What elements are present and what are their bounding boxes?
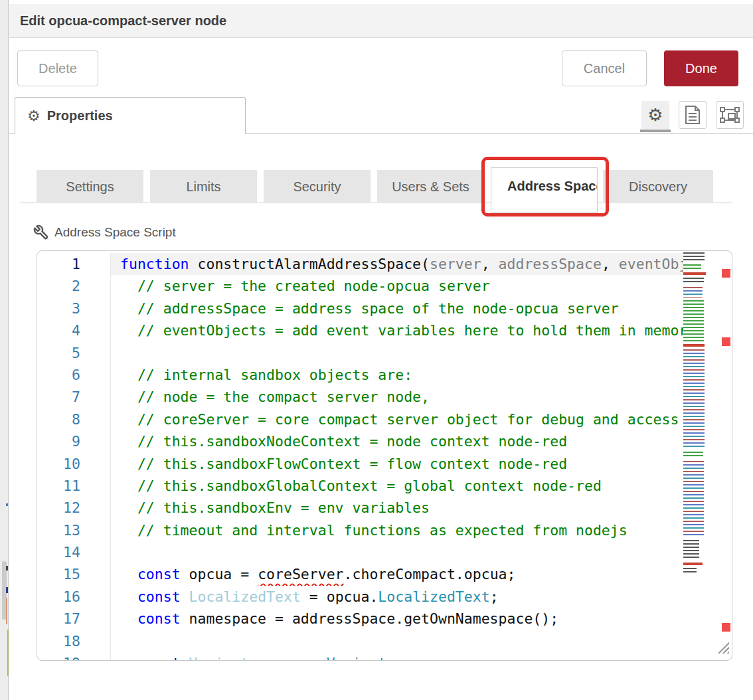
minimap-stripe — [683, 540, 699, 560]
minimap-stripe — [683, 568, 697, 573]
code-area[interactable]: 1function constructAlarmAddressSpace(ser… — [37, 253, 683, 660]
dialog-title: Edit opcua-compact-server node — [20, 13, 226, 29]
edit-node-dialog: Edit opcua-compact-server node Delete Ca… — [9, 0, 753, 700]
code-token: // internal sandbox objects are: — [120, 367, 412, 383]
line-number: 11 — [37, 475, 110, 497]
minimap-stripe — [683, 300, 704, 341]
minimap-stripe — [683, 563, 703, 565]
code-token: const — [137, 566, 181, 582]
code-token: = opcua. — [301, 588, 378, 605]
line-number: 4 — [37, 319, 110, 341]
line-number: 3 — [37, 298, 110, 319]
code-line: 5 — [37, 342, 683, 364]
code-line: 13 // timeout and interval functions as … — [37, 519, 683, 541]
code-line-text: // timeout and interval functions as exp… — [110, 519, 683, 541]
tab-settings[interactable]: Settings — [37, 170, 143, 203]
code-token: , — [481, 256, 499, 272]
code-line: 12 // this.sandboxEnv = env variables — [37, 497, 683, 519]
minimap-stripe — [683, 461, 704, 537]
minimap-stripe — [683, 278, 704, 284]
line-number: 9 — [37, 430, 110, 452]
line-number: 8 — [37, 408, 110, 430]
code-line: 8 // coreServer = core compact server ob… — [37, 408, 683, 430]
code-token — [120, 655, 137, 660]
tab-users-sets[interactable]: Users & Sets — [377, 170, 484, 203]
minimap-stripe — [683, 264, 701, 270]
code-line-text: // this.sandboxGlobalContext = global co… — [110, 475, 683, 497]
code-line-text: const namespace = addressSpace.getOwnNam… — [110, 608, 683, 630]
properties-tab-label: Properties — [47, 108, 113, 124]
line-number: 12 — [37, 497, 110, 519]
code-line: 6 // internal sandbox objects are: — [37, 364, 683, 386]
code-line: 1function constructAlarmAddressSpace(ser… — [37, 253, 683, 275]
delete-button[interactable]: Delete — [17, 50, 98, 86]
code-line-text: // node = the compact server node, — [110, 386, 683, 408]
code-line-text: // this.sandboxEnv = env variables — [110, 497, 683, 519]
code-token: opcua = — [181, 566, 258, 582]
line-number: 2 — [37, 275, 110, 297]
code-token: const — [137, 610, 181, 627]
done-button[interactable]: Done — [664, 50, 738, 86]
description-panel-button[interactable] — [679, 101, 707, 129]
line-number: 5 — [37, 342, 110, 364]
editor-resize-handle[interactable] — [717, 642, 729, 654]
code-token: // this.sandboxEnv = env variables — [120, 499, 430, 516]
code-token: , — [602, 256, 619, 272]
line-number: 13 — [37, 519, 110, 541]
code-token — [181, 655, 189, 660]
code-token: function — [120, 256, 189, 272]
code-line: 9 // this.sandboxNodeContext = node cont… — [37, 430, 683, 452]
code-token: ; — [386, 655, 395, 660]
line-number: 7 — [37, 386, 110, 408]
workspace-wire-fragment — [7, 630, 9, 676]
line-number: 16 — [37, 586, 110, 608]
tab-security[interactable]: Security — [264, 170, 371, 203]
code-line: 14 — [37, 541, 683, 563]
line-number: 14 — [37, 541, 110, 563]
cancel-button[interactable]: Cancel — [562, 50, 647, 86]
minimap-stripe — [683, 287, 703, 298]
line-number: 6 — [37, 364, 110, 386]
tab-properties[interactable]: ⚙ Properties — [15, 97, 246, 134]
code-token: coreServer — [258, 566, 343, 582]
appearance-panel-button[interactable] — [716, 101, 744, 129]
code-token: server — [430, 256, 481, 272]
code-token: // this.sandboxNodeContext = node contex… — [120, 433, 567, 450]
code-token: // server = the created node-opcua serve… — [120, 278, 490, 294]
code-token: constructAlarmAddressSpace( — [189, 256, 430, 272]
code-token — [120, 566, 137, 582]
wrench-icon — [33, 224, 49, 240]
minimap-stripe — [683, 349, 705, 449]
code-line: 3 // addressSpace = address space of the… — [37, 298, 683, 319]
tab-limits[interactable]: Limits — [150, 170, 257, 203]
code-line-text: // this.sandboxFlowContext = flow contex… — [110, 453, 683, 475]
code-line: 18 — [37, 630, 683, 652]
code-token — [181, 588, 189, 605]
line-number: 1 — [37, 253, 110, 275]
workspace-wire-fragment — [6, 587, 8, 593]
workspace-wire-fragment — [6, 598, 7, 624]
code-editor[interactable]: 1function constructAlarmAddressSpace(ser… — [37, 250, 732, 661]
code-token: ; — [490, 588, 499, 605]
tab-discovery[interactable]: Discovery — [603, 170, 713, 203]
code-token — [120, 610, 137, 627]
workspace-edge — [0, 0, 9, 700]
code-token: // node = the compact server node, — [120, 389, 430, 405]
line-number: 19 — [37, 652, 110, 660]
error-marker — [722, 269, 730, 278]
code-token — [120, 588, 137, 605]
code-line: 11 // this.sandboxGlobalContext = global… — [37, 475, 683, 497]
gear-icon: ⚙ — [27, 109, 41, 124]
minimap-stripe — [683, 344, 705, 347]
code-line: 19 const Variant = opcua.Variant; — [37, 652, 683, 660]
code-token: // timeout and interval functions as exp… — [120, 522, 628, 539]
minimap-stripe — [683, 272, 706, 275]
code-line-text: // server = the created node-opcua serve… — [110, 275, 683, 297]
editor-minimap[interactable] — [683, 252, 706, 606]
code-line-text — [110, 342, 683, 364]
code-token: .choreCompact.opcua; — [344, 566, 516, 582]
code-line-text — [110, 541, 683, 563]
properties-panel-button[interactable]: ⚙ — [641, 101, 669, 129]
tab-address-space[interactable]: Address Space — [491, 167, 598, 213]
code-token: const — [137, 655, 181, 660]
